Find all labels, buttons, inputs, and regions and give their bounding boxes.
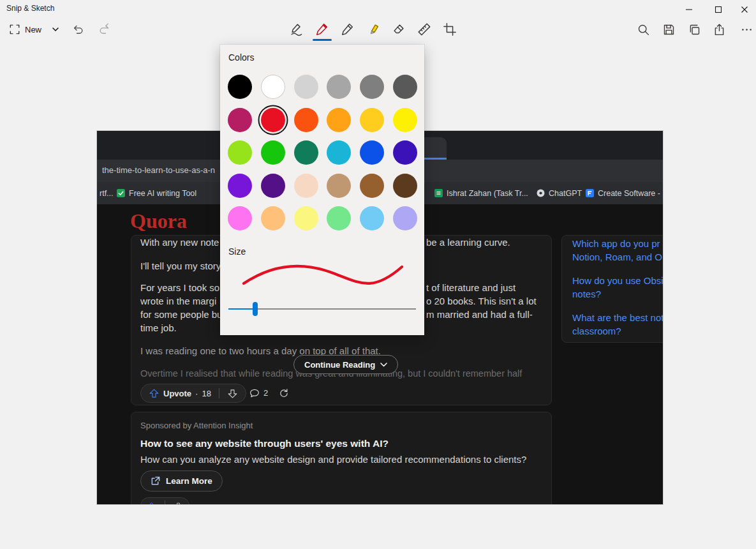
swatch-dark-violet[interactable] [261, 174, 285, 198]
answer-text-fragment: wrote in the margi [140, 296, 216, 306]
new-dropdown-button[interactable] [48, 20, 63, 39]
swatch-red[interactable] [261, 108, 285, 132]
more-options-button[interactable] [736, 19, 756, 40]
swatch-cyan[interactable] [327, 140, 351, 165]
upvote-count: 18 [202, 389, 211, 398]
bookmark-label: Ishrat Zahan (Task Tr... [447, 189, 528, 198]
swatch-orange-red[interactable] [294, 108, 318, 132]
copy-button[interactable] [683, 19, 705, 40]
swatch-brown[interactable] [360, 174, 384, 198]
pen-options-flyout: Colors Size [220, 45, 424, 335]
sponsored-headline: How to see any website through users' ey… [140, 438, 389, 449]
swatch-tan[interactable] [327, 174, 351, 198]
new-button-label: New [25, 25, 41, 34]
ellipsis-icon [740, 23, 753, 36]
save-button[interactable] [658, 19, 679, 40]
swatch-yellow[interactable] [393, 108, 417, 132]
dot-separator: · [195, 389, 198, 398]
answer-text-fragment: for some people bu [140, 309, 222, 320]
green-check-favicon [117, 189, 125, 197]
continue-reading-button: Continue Reading [293, 355, 398, 374]
swatch-dark-gray[interactable] [393, 75, 417, 99]
titlebar[interactable]: Snip & Sketch [0, 0, 756, 19]
touch-writing-icon [290, 22, 304, 36]
downvote-icon [227, 388, 238, 399]
blue-app-favicon [586, 189, 594, 197]
toolbar: New [0, 18, 756, 45]
highlighter-tool-button[interactable] [362, 19, 384, 40]
minimize-icon [685, 6, 693, 13]
learn-more-label: Learn More [166, 476, 212, 486]
answer-text-fragment: I'll tell you my story [140, 260, 221, 271]
window-title: Snip & Sketch [6, 4, 54, 13]
touch-writing-tool-button[interactable] [286, 19, 308, 40]
magnifier-icon [637, 23, 650, 36]
share-button[interactable] [708, 19, 730, 40]
learn-more-button: Learn More [140, 470, 223, 492]
upvote-icon [149, 388, 159, 399]
swatch-pink[interactable] [228, 206, 252, 230]
swatch-black[interactable] [228, 75, 252, 99]
maximize-icon [715, 6, 722, 13]
new-snip-button[interactable]: New [5, 20, 45, 39]
upvote-pill: Upvote · 18 [140, 384, 246, 403]
swatch-sea-green[interactable] [294, 140, 318, 165]
close-button[interactable] [733, 0, 756, 19]
pencil-tool-button[interactable] [337, 19, 359, 40]
shot-bookmark-item: rtf... [100, 182, 114, 204]
undo-icon [72, 23, 85, 36]
swatch-blue[interactable] [360, 140, 384, 165]
ruler-tool-button[interactable] [413, 19, 435, 40]
swatch-gray[interactable] [327, 75, 351, 99]
crop-icon [443, 22, 457, 36]
stroke-size-preview [241, 260, 405, 291]
undo-button[interactable] [68, 19, 89, 40]
color-swatch-grid [228, 75, 417, 230]
swatch-violet[interactable] [228, 174, 252, 198]
maximize-button[interactable] [704, 0, 732, 19]
swatch-periwinkle[interactable] [393, 206, 417, 230]
colors-label: Colors [228, 52, 254, 63]
zoom-button[interactable] [632, 19, 654, 40]
comment-icon [249, 387, 260, 399]
swatch-indigo[interactable] [393, 140, 417, 165]
external-link-icon [151, 476, 160, 486]
close-icon [741, 6, 748, 13]
swatch-green[interactable] [261, 140, 285, 165]
swatch-gold[interactable] [360, 108, 384, 132]
sponsored-body: How can you analyze any website design a… [140, 454, 526, 465]
sidebar-question-link: notes? [572, 289, 601, 299]
redo-icon [98, 23, 110, 36]
swatch-light-yellow[interactable] [294, 206, 318, 230]
size-slider-fill [228, 308, 255, 310]
snip-sketch-window: Snip & Sketch New [0, 0, 756, 549]
swatch-mint[interactable] [327, 206, 351, 230]
bookmark-label: rtf... [100, 189, 114, 198]
shot-url-text: the-time-to-learn-to-use-as-a-n [102, 165, 215, 175]
swatch-silver[interactable] [294, 75, 318, 99]
redo-button[interactable] [93, 19, 115, 40]
eraser-icon [392, 22, 406, 36]
shot-bookmark-item: Free AI writing Tool [117, 182, 196, 204]
swatch-peach[interactable] [294, 174, 318, 198]
swatch-sky-blue[interactable] [360, 206, 384, 230]
minimize-button[interactable] [675, 0, 703, 19]
swatch-lime[interactable] [228, 140, 252, 165]
sidebar-question-link: Notion, Roam, and O [572, 252, 662, 262]
pill-divider [165, 500, 165, 504]
swatch-berry[interactable] [228, 108, 252, 132]
swatch-orange[interactable] [327, 108, 351, 132]
spreadsheet-favicon [434, 189, 443, 197]
eraser-tool-button[interactable] [388, 19, 410, 40]
ballpoint-pen-tool-button[interactable] [311, 19, 333, 40]
swatch-light-orange[interactable] [261, 206, 285, 230]
answer-text-fragment: be a learning curve. [426, 237, 510, 248]
size-slider-thumb[interactable] [253, 302, 258, 316]
copy-icon [688, 23, 701, 36]
swatch-dim-gray[interactable] [360, 75, 384, 99]
swatch-white[interactable] [261, 75, 285, 99]
crop-tool-button[interactable] [439, 19, 461, 40]
answer-text-fragment: time job. [140, 322, 177, 333]
swatch-dark-brown[interactable] [393, 174, 417, 198]
shot-bookmark-item: Ishrat Zahan (Task Tr... [434, 182, 528, 204]
